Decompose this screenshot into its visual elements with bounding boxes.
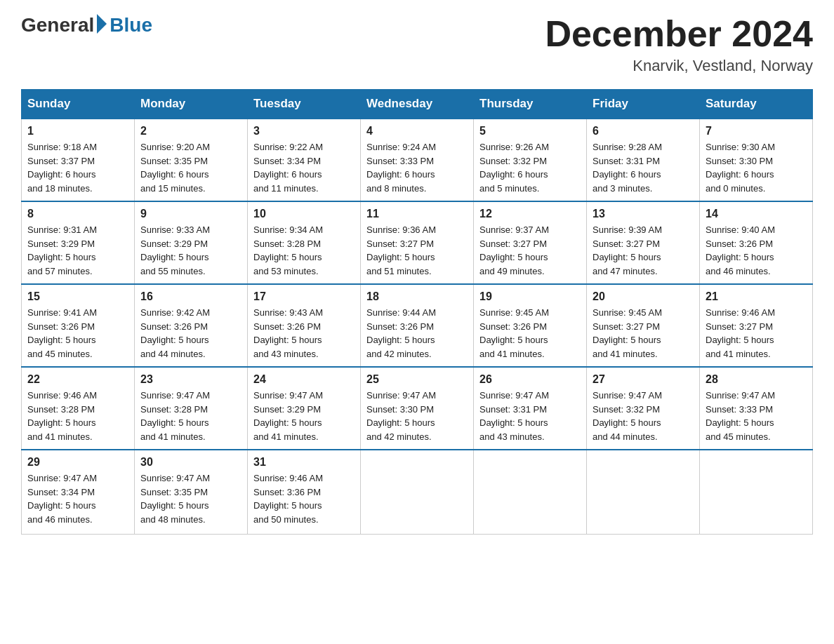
calendar-week-row: 8Sunrise: 9:31 AM Sunset: 3:29 PM Daylig…: [22, 201, 813, 284]
logo: General Blue: [21, 14, 152, 36]
day-info: Sunrise: 9:18 AM Sunset: 3:37 PM Dayligh…: [27, 140, 128, 195]
col-header-friday: Friday: [587, 90, 700, 119]
day-info: Sunrise: 9:46 AM Sunset: 3:28 PM Dayligh…: [27, 389, 128, 443]
calendar-cell: 30Sunrise: 9:47 AM Sunset: 3:35 PM Dayli…: [135, 450, 248, 534]
day-number: 29: [27, 456, 128, 469]
day-number: 2: [140, 125, 241, 137]
day-number: 26: [479, 373, 581, 386]
day-number: 24: [253, 373, 355, 386]
day-number: 17: [253, 290, 355, 303]
calendar-cell: 14Sunrise: 9:40 AM Sunset: 3:26 PM Dayli…: [700, 201, 813, 284]
calendar-cell: 28Sunrise: 9:47 AM Sunset: 3:33 PM Dayli…: [700, 367, 813, 450]
day-number: 6: [593, 125, 694, 137]
day-info: Sunrise: 9:36 AM Sunset: 3:27 PM Dayligh…: [366, 223, 468, 278]
day-info: Sunrise: 9:24 AM Sunset: 3:33 PM Dayligh…: [366, 140, 468, 195]
calendar-cell: 2Sunrise: 9:20 AM Sunset: 3:35 PM Daylig…: [135, 119, 248, 201]
day-info: Sunrise: 9:46 AM Sunset: 3:36 PM Dayligh…: [253, 471, 355, 526]
day-number: 31: [253, 456, 355, 469]
calendar-week-row: 29Sunrise: 9:47 AM Sunset: 3:34 PM Dayli…: [22, 450, 813, 534]
day-number: 7: [706, 125, 807, 137]
calendar-cell: 10Sunrise: 9:34 AM Sunset: 3:28 PM Dayli…: [248, 201, 361, 284]
day-number: 28: [706, 373, 807, 386]
calendar-cell: 25Sunrise: 9:47 AM Sunset: 3:30 PM Dayli…: [361, 367, 474, 450]
calendar-week-row: 1Sunrise: 9:18 AM Sunset: 3:37 PM Daylig…: [22, 119, 813, 201]
day-info: Sunrise: 9:47 AM Sunset: 3:28 PM Dayligh…: [140, 389, 241, 443]
day-info: Sunrise: 9:44 AM Sunset: 3:26 PM Dayligh…: [366, 306, 468, 361]
day-info: Sunrise: 9:47 AM Sunset: 3:29 PM Dayligh…: [253, 389, 355, 443]
day-number: 30: [140, 456, 241, 469]
day-info: Sunrise: 9:47 AM Sunset: 3:33 PM Dayligh…: [706, 389, 807, 443]
day-number: 21: [706, 290, 807, 303]
calendar-cell: [474, 450, 587, 534]
page-header: General Blue December 2024 Knarvik, Vest…: [21, 14, 813, 75]
day-number: 3: [253, 125, 355, 137]
day-info: Sunrise: 9:45 AM Sunset: 3:26 PM Dayligh…: [479, 306, 581, 361]
logo-general-text: General: [21, 14, 94, 36]
calendar-cell: 24Sunrise: 9:47 AM Sunset: 3:29 PM Dayli…: [248, 367, 361, 450]
day-number: 23: [140, 373, 241, 386]
day-info: Sunrise: 9:47 AM Sunset: 3:30 PM Dayligh…: [366, 389, 468, 443]
calendar-table: SundayMondayTuesdayWednesdayThursdayFrid…: [21, 89, 813, 535]
day-info: Sunrise: 9:47 AM Sunset: 3:31 PM Dayligh…: [479, 389, 581, 443]
calendar-cell: 12Sunrise: 9:37 AM Sunset: 3:27 PM Dayli…: [474, 201, 587, 284]
calendar-cell: 9Sunrise: 9:33 AM Sunset: 3:29 PM Daylig…: [135, 201, 248, 284]
calendar-cell: [361, 450, 474, 534]
day-number: 13: [593, 208, 694, 220]
day-info: Sunrise: 9:47 AM Sunset: 3:34 PM Dayligh…: [27, 471, 128, 526]
calendar-cell: 31Sunrise: 9:46 AM Sunset: 3:36 PM Dayli…: [248, 450, 361, 534]
calendar-cell: 13Sunrise: 9:39 AM Sunset: 3:27 PM Dayli…: [587, 201, 700, 284]
col-header-monday: Monday: [135, 90, 248, 119]
day-info: Sunrise: 9:47 AM Sunset: 3:35 PM Dayligh…: [140, 471, 241, 526]
calendar-cell: 16Sunrise: 9:42 AM Sunset: 3:26 PM Dayli…: [135, 284, 248, 367]
day-number: 12: [479, 208, 581, 220]
calendar-cell: 4Sunrise: 9:24 AM Sunset: 3:33 PM Daylig…: [361, 119, 474, 201]
logo-blue-text: Blue: [110, 14, 152, 36]
day-number: 15: [27, 290, 128, 303]
calendar-cell: 19Sunrise: 9:45 AM Sunset: 3:26 PM Dayli…: [474, 284, 587, 367]
day-info: Sunrise: 9:41 AM Sunset: 3:26 PM Dayligh…: [27, 306, 128, 361]
day-info: Sunrise: 9:26 AM Sunset: 3:32 PM Dayligh…: [479, 140, 581, 195]
day-number: 19: [479, 290, 581, 303]
calendar-week-row: 22Sunrise: 9:46 AM Sunset: 3:28 PM Dayli…: [22, 367, 813, 450]
calendar-header: SundayMondayTuesdayWednesdayThursdayFrid…: [22, 90, 813, 119]
calendar-cell: 15Sunrise: 9:41 AM Sunset: 3:26 PM Dayli…: [22, 284, 135, 367]
day-number: 14: [706, 208, 807, 220]
day-info: Sunrise: 9:34 AM Sunset: 3:28 PM Dayligh…: [253, 223, 355, 278]
day-number: 22: [27, 373, 128, 386]
day-info: Sunrise: 9:40 AM Sunset: 3:26 PM Dayligh…: [706, 223, 807, 278]
month-title: December 2024: [545, 14, 813, 54]
day-info: Sunrise: 9:33 AM Sunset: 3:29 PM Dayligh…: [140, 223, 241, 278]
day-number: 11: [366, 208, 468, 220]
calendar-cell: 26Sunrise: 9:47 AM Sunset: 3:31 PM Dayli…: [474, 367, 587, 450]
logo-arrow-icon: [97, 14, 107, 34]
day-number: 8: [27, 208, 128, 220]
calendar-cell: 8Sunrise: 9:31 AM Sunset: 3:29 PM Daylig…: [22, 201, 135, 284]
calendar-cell: 11Sunrise: 9:36 AM Sunset: 3:27 PM Dayli…: [361, 201, 474, 284]
day-info: Sunrise: 9:45 AM Sunset: 3:27 PM Dayligh…: [593, 306, 694, 361]
calendar-week-row: 15Sunrise: 9:41 AM Sunset: 3:26 PM Dayli…: [22, 284, 813, 367]
day-number: 25: [366, 373, 468, 386]
col-header-wednesday: Wednesday: [361, 90, 474, 119]
col-header-thursday: Thursday: [474, 90, 587, 119]
day-number: 9: [140, 208, 241, 220]
day-info: Sunrise: 9:46 AM Sunset: 3:27 PM Dayligh…: [706, 306, 807, 361]
calendar-cell: 17Sunrise: 9:43 AM Sunset: 3:26 PM Dayli…: [248, 284, 361, 367]
day-info: Sunrise: 9:28 AM Sunset: 3:31 PM Dayligh…: [593, 140, 694, 195]
day-info: Sunrise: 9:37 AM Sunset: 3:27 PM Dayligh…: [479, 223, 581, 278]
calendar-cell: 7Sunrise: 9:30 AM Sunset: 3:30 PM Daylig…: [700, 119, 813, 201]
calendar-cell: 21Sunrise: 9:46 AM Sunset: 3:27 PM Dayli…: [700, 284, 813, 367]
calendar-cell: 27Sunrise: 9:47 AM Sunset: 3:32 PM Dayli…: [587, 367, 700, 450]
day-info: Sunrise: 9:42 AM Sunset: 3:26 PM Dayligh…: [140, 306, 241, 361]
day-number: 16: [140, 290, 241, 303]
day-number: 5: [479, 125, 581, 137]
day-number: 1: [27, 125, 128, 137]
calendar-cell: 18Sunrise: 9:44 AM Sunset: 3:26 PM Dayli…: [361, 284, 474, 367]
day-info: Sunrise: 9:20 AM Sunset: 3:35 PM Dayligh…: [140, 140, 241, 195]
day-number: 27: [593, 373, 694, 386]
col-header-saturday: Saturday: [700, 90, 813, 119]
day-info: Sunrise: 9:31 AM Sunset: 3:29 PM Dayligh…: [27, 223, 128, 278]
day-info: Sunrise: 9:43 AM Sunset: 3:26 PM Dayligh…: [253, 306, 355, 361]
day-info: Sunrise: 9:22 AM Sunset: 3:34 PM Dayligh…: [253, 140, 355, 195]
calendar-cell: 6Sunrise: 9:28 AM Sunset: 3:31 PM Daylig…: [587, 119, 700, 201]
calendar-cell: [700, 450, 813, 534]
